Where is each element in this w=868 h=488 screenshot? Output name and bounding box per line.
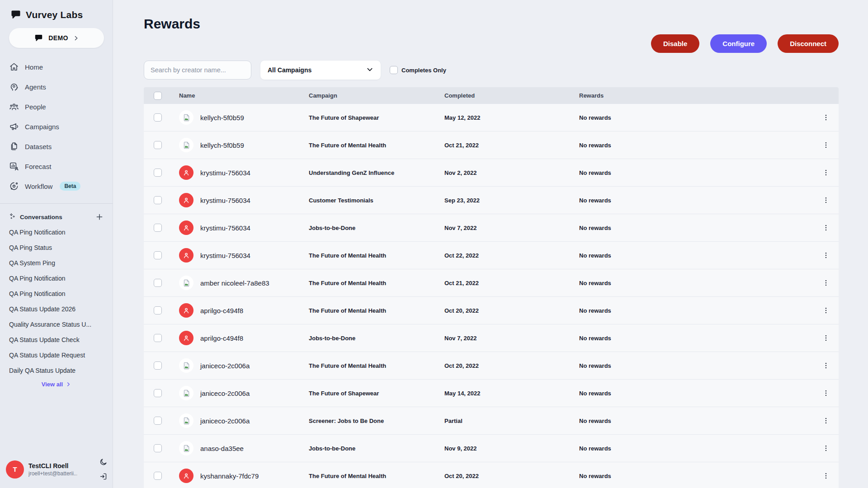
person-avatar-icon [179, 193, 193, 207]
broken-image-icon [179, 413, 193, 428]
chevron-down-icon [366, 66, 373, 75]
row-checkbox[interactable] [154, 361, 162, 370]
workspace-switcher[interactable]: DEMO [9, 28, 104, 48]
rewards-cell: No rewards [579, 362, 813, 369]
conversations-header: Conversations [9, 209, 104, 225]
conversation-item-6[interactable]: Quality Assurance Status U... [9, 317, 104, 332]
beta-badge: Beta [60, 182, 80, 191]
user-actions [99, 458, 108, 481]
row-checkbox[interactable] [154, 224, 162, 232]
row-menu-button[interactable] [813, 131, 839, 159]
person-avatar-icon [179, 331, 193, 345]
row-checkbox[interactable] [154, 251, 162, 259]
conversation-item-3[interactable]: QA Ping Notification [9, 271, 104, 286]
conversation-item-1[interactable]: QA Ping Status [9, 240, 104, 255]
row-menu-button[interactable] [813, 352, 839, 379]
campaign-cell: The Future of Mental Health [309, 307, 444, 314]
sidebar-item-5[interactable]: Forecast [9, 156, 104, 176]
table-row: krystimu-756034 Understanding GenZ Influ… [144, 159, 839, 187]
row-menu-button[interactable] [813, 407, 839, 434]
creator-name: krystimu-756034 [200, 252, 250, 259]
user-name: TestCLI Roell [28, 462, 77, 469]
sidebar-item-6[interactable]: Workflow Beta [9, 176, 104, 196]
column-header-name: Name [179, 92, 309, 99]
completes-only-checkbox[interactable] [390, 66, 398, 74]
row-menu-button[interactable] [813, 462, 839, 488]
conversation-item-0[interactable]: QA Ping Notification [9, 225, 104, 240]
dark-mode-toggle[interactable] [99, 458, 108, 466]
sidebar-divider [0, 203, 113, 204]
campaign-filter-select[interactable]: All Campaigns [260, 60, 381, 80]
table-row: krystimu-756034 Customer Testimonials Se… [144, 187, 839, 214]
disable-button[interactable]: Disable [651, 34, 699, 53]
rewards-table: Name Campaign Completed Rewards kellych-… [144, 87, 839, 488]
creator-name: kyshannaky-7fdc79 [200, 472, 259, 480]
new-conversation-button[interactable] [95, 213, 104, 221]
sidebar-item-1[interactable]: Agents [9, 77, 104, 97]
column-header-campaign: Campaign [309, 92, 444, 99]
row-menu-button[interactable] [813, 159, 839, 186]
campaign-cell: The Future of Shapewear [309, 114, 444, 121]
kebab-icon [822, 472, 830, 480]
creator-name: krystimu-756034 [200, 224, 250, 232]
conversations-list: QA Ping Notification QA Ping Status QA S… [9, 225, 104, 378]
conversation-item-9[interactable]: Daily QA Status Update [9, 363, 104, 378]
kebab-icon [822, 196, 830, 204]
disconnect-button[interactable]: Disconnect [778, 34, 839, 53]
row-checkbox[interactable] [154, 196, 162, 204]
completes-only-label: Completes Only [401, 67, 446, 74]
sidebar-item-3[interactable]: Campaigns [9, 117, 104, 136]
row-checkbox[interactable] [154, 141, 162, 149]
person-avatar-icon [179, 221, 193, 235]
conversation-item-8[interactable]: QA Status Update Request [9, 347, 104, 363]
campaign-cell: Jobs-to-be-Done [309, 335, 444, 342]
row-checkbox[interactable] [154, 169, 162, 177]
row-menu-button[interactable] [813, 269, 839, 296]
conversation-item-7[interactable]: QA Status Update Check [9, 332, 104, 347]
select-all-checkbox[interactable] [154, 92, 162, 100]
sidebar-item-4[interactable]: Datasets [9, 136, 104, 156]
row-menu-button[interactable] [813, 324, 839, 352]
chevron-right-icon [66, 382, 71, 387]
filters-row: All Campaigns Completes Only [144, 60, 839, 80]
table-row: amber nicoleel-7a8e83 The Future of Ment… [144, 269, 839, 297]
configure-button[interactable]: Configure [710, 34, 767, 53]
row-checkbox[interactable] [154, 389, 162, 397]
row-menu-button[interactable] [813, 435, 839, 462]
row-checkbox[interactable] [154, 113, 162, 122]
row-checkbox[interactable] [154, 334, 162, 342]
rewards-cell: No rewards [579, 114, 813, 121]
avatar: T [6, 460, 24, 479]
sidebar-item-2[interactable]: People [9, 97, 104, 117]
row-menu-button[interactable] [813, 214, 839, 241]
view-all-link[interactable]: View all [9, 381, 104, 388]
kebab-icon [822, 417, 830, 425]
vurvey-logo-icon [10, 9, 22, 21]
campaign-cell: Screener: Jobs to Be Done [309, 418, 444, 424]
conversation-item-5[interactable]: QA Status Update 2026 [9, 301, 104, 317]
rewards-cell: No rewards [579, 169, 813, 176]
rewards-cell: No rewards [579, 335, 813, 342]
campaign-cell: The Future of Mental Health [309, 473, 444, 479]
row-menu-button[interactable] [813, 187, 839, 214]
row-menu-button[interactable] [813, 242, 839, 269]
row-checkbox[interactable] [154, 444, 162, 452]
row-menu-button[interactable] [813, 380, 839, 407]
brand: Vurvey Labs [9, 5, 104, 21]
row-checkbox[interactable] [154, 306, 162, 314]
row-checkbox[interactable] [154, 417, 162, 425]
search-input[interactable] [144, 61, 251, 80]
conversation-item-4[interactable]: QA Ping Notification [9, 286, 104, 301]
row-menu-button[interactable] [813, 297, 839, 324]
kebab-icon [822, 361, 830, 370]
completed-cell: Oct 21, 2022 [444, 280, 579, 286]
row-checkbox[interactable] [154, 472, 162, 480]
logout-button[interactable] [99, 472, 108, 481]
conversation-item-2[interactable]: QA System Ping [9, 255, 104, 271]
row-checkbox[interactable] [154, 279, 162, 287]
sidebar-item-0[interactable]: Home [9, 57, 104, 77]
logout-icon [99, 472, 108, 481]
table-row: kyshannaky-7fdc79 The Future of Mental H… [144, 462, 839, 488]
row-menu-button[interactable] [813, 104, 839, 131]
kebab-icon [822, 251, 830, 259]
